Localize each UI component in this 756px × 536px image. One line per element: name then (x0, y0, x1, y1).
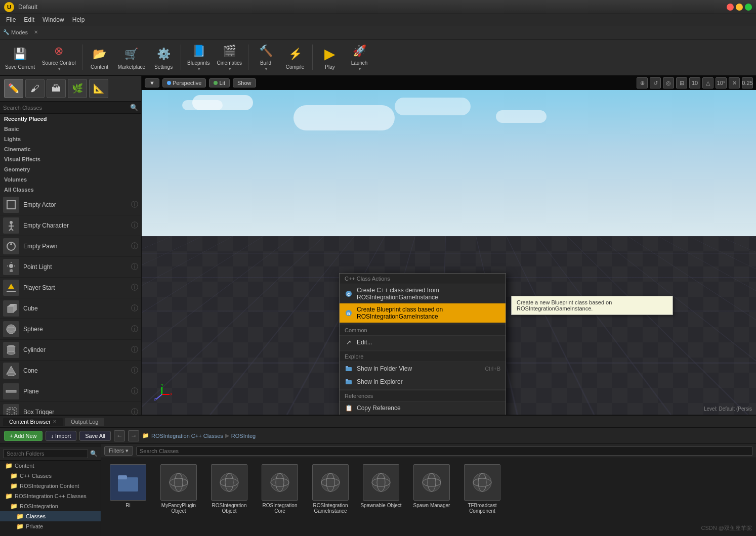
asset-tfbroadcast-component[interactable]: TFBroadcast Component (459, 462, 505, 516)
actor-info-empty-actor[interactable]: ⓘ (131, 200, 138, 209)
modes-close[interactable]: ✕ (34, 29, 38, 35)
toolbar-build[interactable]: 🔨 Build ▼ (251, 41, 280, 73)
actor-info-plane[interactable]: ⓘ (131, 387, 138, 396)
cb-path-root[interactable]: ROSIntegration C++ Classes (151, 433, 223, 439)
import-button[interactable]: ↓ Import (46, 431, 77, 441)
viewport[interactable]: ▼ Perspective Lit Show ⊕ ↺ ◎ ⊞ 10 △ 10° … (142, 76, 756, 415)
nav-forward-button[interactable]: → (128, 430, 139, 441)
mode-landscape[interactable]: 🏔 (47, 79, 66, 98)
vp-ctrl-3[interactable]: ◎ (663, 77, 674, 88)
actor-info-box-trigger[interactable]: ⓘ (131, 408, 138, 415)
toolbar-marketplace[interactable]: 🛒 Marketplace (115, 41, 148, 73)
actor-info-cone[interactable]: ⓘ (131, 366, 138, 375)
category-cinematic[interactable]: Cinematic (0, 144, 141, 154)
ctx-create-cpp[interactable]: C Create C++ class derived from ROSInteg… (340, 284, 506, 303)
folder-ros-integration[interactable]: 📁 ROSIntegration (0, 501, 101, 511)
search-icon[interactable]: 🔍 (130, 104, 138, 111)
asset-folder-ri[interactable]: Ri (105, 462, 151, 516)
maximize-button[interactable] (745, 4, 752, 11)
add-new-button[interactable]: + Add New (4, 431, 43, 441)
vp-dropdown-btn[interactable]: ▼ (145, 78, 159, 87)
vp-triangle[interactable]: △ (702, 77, 713, 88)
toolbar-compile[interactable]: ⚡ Compile (281, 41, 309, 73)
vp-scale[interactable]: 0.25 (742, 77, 753, 88)
actor-plane[interactable]: Plane ⓘ (0, 381, 141, 402)
menu-edit[interactable]: Edit (20, 15, 38, 24)
asset-rosintegration-core[interactable]: ROSIntegration Core (257, 462, 303, 516)
ctx-show-folder[interactable]: Show in Folder View Ctrl+B (340, 362, 506, 375)
toolbar-content[interactable]: 📂 Content (86, 41, 114, 73)
vp-speed[interactable]: 10 (689, 77, 700, 88)
ctx-copy-ref[interactable]: 📋 Copy Reference (340, 401, 506, 415)
ctx-show-explorer[interactable]: Show in Explorer (340, 375, 506, 388)
category-geometry[interactable]: Geometry (0, 164, 141, 174)
actor-empty-actor[interactable]: Empty Actor ⓘ (0, 195, 141, 215)
mode-geometry[interactable]: 📐 (89, 79, 108, 98)
tab-content-browser-close[interactable]: ✕ (53, 419, 57, 424)
toolbar-settings[interactable]: ⚙️ Settings (149, 41, 178, 73)
vp-ctrl-1[interactable]: ⊕ (637, 77, 648, 88)
mode-place[interactable]: ✏️ (4, 79, 23, 98)
toolbar-launch[interactable]: 🚀 Launch ▼ (345, 41, 373, 73)
folder-content[interactable]: 📁 Content (0, 461, 101, 471)
actor-info-empty-pawn[interactable]: ⓘ (131, 242, 138, 251)
ctx-edit[interactable]: ↗ Edit... (340, 336, 506, 349)
toolbar-source-control[interactable]: ⊗ Source Control ▼ (39, 41, 79, 73)
actor-cone[interactable]: Cone ⓘ (0, 361, 141, 381)
save-all-button[interactable]: Save All (79, 431, 111, 441)
asset-myfancyplugin[interactable]: MyFancyPlugin Object (156, 462, 201, 516)
vp-angle[interactable]: 10° (716, 77, 727, 88)
search-classes-input[interactable] (3, 105, 130, 111)
menu-help[interactable]: Help (68, 15, 89, 24)
vp-ctrl-5[interactable]: ✕ (729, 77, 740, 88)
actor-info-sphere[interactable]: ⓘ (131, 325, 138, 334)
category-recently-placed[interactable]: Recently Placed (0, 114, 141, 124)
close-button[interactable] (727, 4, 734, 11)
actor-point-light[interactable]: Point Light ⓘ (0, 257, 141, 278)
toolbar-cinematics[interactable]: 🎬 Cinematics ▼ (214, 41, 245, 73)
category-volumes[interactable]: Volumes (0, 174, 141, 185)
mode-foliage[interactable]: 🌿 (68, 79, 87, 98)
folder-search-input[interactable] (3, 449, 88, 458)
tab-content-browser[interactable]: Content Browser ✕ (3, 418, 63, 426)
vp-perspective-btn[interactable]: Perspective (162, 78, 206, 87)
actor-sphere[interactable]: Sphere ⓘ (0, 319, 141, 340)
actor-info-point-light[interactable]: ⓘ (131, 262, 138, 272)
folder-classes[interactable]: 📁 Classes (0, 511, 101, 521)
minimize-button[interactable] (736, 4, 743, 11)
cb-path-sub[interactable]: ROSInteg (231, 433, 256, 439)
actor-cube[interactable]: Cube ⓘ (0, 298, 141, 319)
actor-empty-pawn[interactable]: Empty Pawn ⓘ (0, 236, 141, 257)
actor-info-cube[interactable]: ⓘ (131, 304, 138, 313)
toolbar-blueprints[interactable]: 📘 Blueprints ▼ (184, 41, 213, 73)
menu-file[interactable]: File (2, 15, 20, 24)
toolbar-save-current[interactable]: 💾 Save Current (2, 41, 38, 73)
asset-rosintegration-object[interactable]: ROSIntegration Object (206, 462, 252, 516)
category-lights[interactable]: Lights (0, 134, 141, 144)
vp-show-btn[interactable]: Show (233, 78, 256, 87)
category-visual-effects[interactable]: Visual Effects (0, 154, 141, 164)
actor-empty-character[interactable]: Empty Character ⓘ (0, 215, 141, 236)
actor-info-player-start[interactable]: ⓘ (131, 283, 138, 292)
cb-search-input[interactable] (136, 446, 753, 456)
asset-rosintegration-gameinstance[interactable]: ROSIntegration GameInstance (308, 462, 353, 516)
toolbar-play[interactable]: ▶ Play (316, 41, 344, 73)
ctx-create-blueprint[interactable]: B Create Blueprint class based on ROSInt… (340, 303, 506, 323)
asset-spawnable-object[interactable]: Spawnable Object (358, 462, 404, 516)
filter-button[interactable]: Filters ▾ (104, 446, 133, 456)
actor-info-cylinder[interactable]: ⓘ (131, 345, 138, 354)
menu-window[interactable]: Window (38, 15, 68, 24)
nav-back-button[interactable]: ← (114, 430, 125, 441)
mode-paint[interactable]: 🖌 (25, 79, 45, 98)
asset-spawn-manager[interactable]: Spawn Manager (409, 462, 454, 516)
actor-cylinder[interactable]: Cylinder ⓘ (0, 340, 141, 361)
actor-info-empty-character[interactable]: ⓘ (131, 221, 138, 230)
folder-private[interactable]: 📁 Private (0, 521, 101, 531)
folder-search-icon[interactable]: 🔍 (90, 450, 98, 457)
vp-lit-btn[interactable]: Lit (209, 78, 230, 87)
folder-ros-cpp[interactable]: 📁 ROSIntegration C++ Classes (0, 491, 101, 501)
category-basic[interactable]: Basic (0, 124, 141, 134)
vp-ctrl-4[interactable]: ⊞ (676, 77, 687, 88)
vp-ctrl-2[interactable]: ↺ (650, 77, 661, 88)
folder-ros-content[interactable]: 📁 ROSIntegration Content (0, 481, 101, 491)
